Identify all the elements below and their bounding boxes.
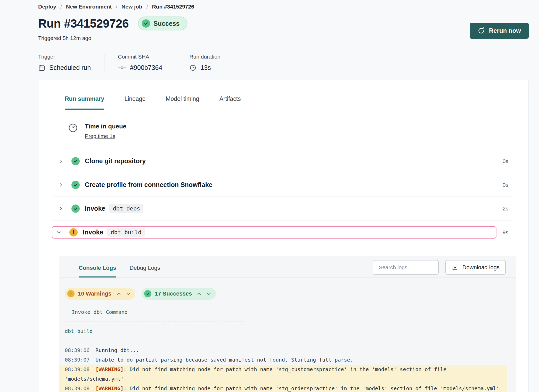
- download-logs-button[interactable]: Download logs: [445, 260, 506, 275]
- run-summary-card: Run summary Lineage Model timing Artifac…: [39, 79, 529, 392]
- next-success-chevron-icon[interactable]: [206, 291, 211, 296]
- page-title: Run #341529726: [38, 17, 129, 30]
- search-logs-input[interactable]: [373, 260, 439, 275]
- step-success-icon: [71, 205, 80, 213]
- breadcrumb-job[interactable]: New job: [121, 4, 142, 10]
- steps-list: Clone git repository 0s Create profile f…: [52, 149, 512, 244]
- prep-time-link[interactable]: Prep time 1s: [85, 133, 115, 139]
- logs-tabs: Console Logs Debug Logs Download logs: [59, 256, 516, 277]
- breadcrumb: Deploy / New Environment / New job / Run…: [38, 4, 529, 10]
- step-name: Clone git repository: [85, 157, 146, 165]
- meta-commit: Commit SHA #900b7364: [118, 54, 176, 71]
- meta-duration-label: Run duration: [189, 54, 220, 60]
- log-line-blank: [59, 336, 507, 346]
- step-success-icon: [71, 157, 80, 165]
- step-command-chip: dbt build: [107, 228, 145, 237]
- step-name: Invoke: [83, 228, 103, 236]
- meta-duration: Run duration 13s: [189, 54, 234, 71]
- time-in-queue-title: Time in queue: [85, 123, 126, 130]
- selected-step-box[interactable]: ! Invoke dbt build: [52, 226, 496, 239]
- tab-artifacts[interactable]: Artifacts: [219, 95, 241, 110]
- step-row-clone-git[interactable]: Clone git repository 0s: [52, 149, 512, 173]
- step-duration: 0s: [503, 158, 508, 164]
- triggered-timestamp: Triggered 5h 12m ago: [38, 35, 529, 41]
- chevron-right-icon[interactable]: [59, 159, 65, 164]
- successes-badge[interactable]: 17 Successes: [142, 288, 216, 300]
- status-badge-label: Success: [153, 20, 179, 27]
- refresh-icon: [477, 27, 485, 35]
- step-name: Create profile from connection Snowflake: [85, 181, 213, 189]
- tab-console-logs[interactable]: Console Logs: [79, 256, 116, 277]
- warnings-badge-label: 10 Warnings: [78, 290, 111, 297]
- log-line-command-header: Invoke dbt Command: [59, 307, 507, 317]
- rerun-now-button[interactable]: Rerun now: [470, 23, 529, 39]
- breadcrumb-separator: /: [60, 4, 62, 10]
- chevron-down-icon[interactable]: [56, 230, 63, 235]
- download-icon: [452, 264, 458, 271]
- tab-debug-logs[interactable]: Debug Logs: [129, 256, 160, 277]
- calendar-icon: [38, 64, 45, 71]
- breadcrumb-separator: /: [116, 4, 117, 10]
- step-row-create-profile[interactable]: Create profile from connection Snowflake…: [52, 173, 512, 197]
- run-tabs: Run summary Lineage Model timing Artifac…: [54, 79, 523, 110]
- step-row-dbt-build[interactable]: ! Invoke dbt build 9s: [52, 220, 512, 244]
- step-duration: 0s: [503, 182, 508, 188]
- log-line-info: 08:39:07Unable to do partial parsing bec…: [59, 355, 507, 365]
- log-line-warning: 08:39:08[WARNING]: Did not find matching…: [59, 384, 507, 392]
- prev-success-chevron-icon[interactable]: [197, 291, 202, 296]
- log-filter-badges: ! 10 Warnings 17 Successes: [59, 277, 516, 300]
- meta-trigger-value: Scheduled run: [49, 64, 91, 71]
- warnings-badge[interactable]: ! 10 Warnings: [65, 288, 135, 300]
- status-badge: Success: [138, 17, 187, 30]
- commit-icon: [118, 64, 126, 71]
- chevron-right-icon[interactable]: [59, 183, 65, 187]
- breadcrumb-separator: /: [146, 4, 148, 10]
- time-in-queue-section: Time in queue Prep time 1s: [39, 110, 528, 149]
- tab-model-timing[interactable]: Model timing: [166, 95, 199, 110]
- step-success-icon: [71, 181, 80, 189]
- step-duration: 9s: [503, 229, 508, 235]
- clock-icon: [189, 64, 197, 71]
- download-logs-label: Download logs: [462, 264, 500, 271]
- meta-commit-value: #900b7364: [130, 64, 162, 71]
- success-check-icon: [142, 19, 150, 28]
- step-warning-icon: !: [69, 228, 78, 236]
- console-log-output: Invoke dbt Command ---------------------…: [59, 300, 516, 392]
- meta-commit-label: Commit SHA: [118, 54, 162, 60]
- successes-badge-label: 17 Successes: [155, 290, 192, 297]
- step-command-chip: dbt deps: [109, 204, 143, 213]
- meta-trigger: Trigger Scheduled run: [38, 54, 104, 71]
- tab-lineage[interactable]: Lineage: [124, 95, 145, 110]
- meta-duration-value: 13s: [200, 64, 211, 71]
- step-name: Invoke: [85, 205, 105, 212]
- run-meta-row: Trigger Scheduled run Commit SHA #900b73…: [38, 54, 529, 71]
- log-line-rule: ----------------------------------------…: [59, 317, 507, 326]
- step-row-dbt-deps[interactable]: Invoke dbt deps 2s: [52, 197, 512, 220]
- logs-panel: Console Logs Debug Logs Download logs ! …: [59, 256, 516, 392]
- meta-trigger-label: Trigger: [38, 54, 91, 60]
- step-duration: 2s: [503, 206, 508, 212]
- log-line-info: 08:39:06Running dbt...: [59, 346, 507, 355]
- next-warning-chevron-icon[interactable]: [126, 291, 131, 296]
- log-line-command: dbt build: [59, 326, 507, 336]
- breadcrumb-environment[interactable]: New Environment: [66, 4, 112, 10]
- tab-run-summary[interactable]: Run summary: [65, 95, 104, 110]
- breadcrumb-deploy[interactable]: Deploy: [38, 4, 56, 10]
- rerun-now-label: Rerun now: [489, 27, 521, 34]
- chevron-right-icon[interactable]: [59, 206, 65, 211]
- queue-clock-icon: [68, 123, 78, 133]
- success-icon: [144, 290, 151, 297]
- warning-icon: !: [67, 290, 75, 297]
- breadcrumb-run: Run #341529726: [152, 4, 194, 10]
- prev-warning-chevron-icon[interactable]: [116, 291, 121, 296]
- run-header: Deploy / New Environment / New job / Run…: [0, 0, 539, 71]
- log-line-warning: 08:39:08[WARNING]: Did not find matching…: [59, 365, 507, 384]
